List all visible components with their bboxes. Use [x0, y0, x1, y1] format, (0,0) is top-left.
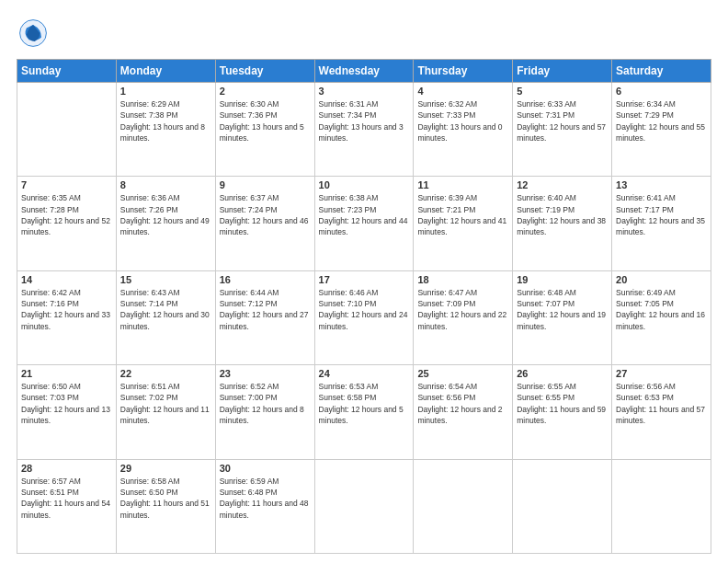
calendar-body: 1Sunrise: 6:29 AMSunset: 7:38 PMDaylight…	[17, 83, 711, 554]
day-cell: 7Sunrise: 6:35 AMSunset: 7:28 PMDaylight…	[17, 177, 117, 270]
day-number: 15	[120, 274, 211, 285]
day-number: 11	[417, 179, 508, 190]
day-info: Sunrise: 6:48 AMSunset: 7:07 PMDaylight:…	[517, 287, 608, 332]
day-cell: 17Sunrise: 6:46 AMSunset: 7:10 PMDayligh…	[314, 270, 414, 364]
day-info: Sunrise: 6:41 AMSunset: 7:17 PMDaylight:…	[616, 192, 707, 237]
day-number: 14	[21, 274, 112, 285]
day-header-friday: Friday	[513, 60, 612, 83]
day-info: Sunrise: 6:35 AMSunset: 7:28 PMDaylight:…	[21, 192, 112, 237]
day-number: 5	[517, 86, 608, 97]
day-number: 19	[517, 274, 608, 285]
day-number: 3	[319, 86, 410, 97]
day-info: Sunrise: 6:38 AMSunset: 7:23 PMDaylight:…	[319, 192, 410, 237]
day-info: Sunrise: 6:40 AMSunset: 7:19 PMDaylight:…	[517, 192, 608, 237]
logo-icon	[17, 17, 50, 50]
week-row-1: 1Sunrise: 6:29 AMSunset: 7:38 PMDaylight…	[17, 83, 711, 177]
page: SundayMondayTuesdayWednesdayThursdayFrid…	[0, 0, 728, 563]
day-header-tuesday: Tuesday	[215, 60, 314, 83]
day-cell: 26Sunrise: 6:55 AMSunset: 6:55 PMDayligh…	[513, 365, 612, 459]
day-cell: 6Sunrise: 6:34 AMSunset: 7:29 PMDaylight…	[612, 83, 711, 177]
day-number: 29	[120, 463, 211, 474]
day-cell: 30Sunrise: 6:59 AMSunset: 6:48 PMDayligh…	[215, 459, 314, 553]
day-cell: 16Sunrise: 6:44 AMSunset: 7:12 PMDayligh…	[215, 270, 314, 364]
day-number: 4	[417, 86, 508, 97]
day-cell	[17, 83, 117, 177]
day-header-saturday: Saturday	[612, 60, 711, 83]
logo	[17, 17, 53, 50]
day-number: 16	[220, 274, 311, 285]
day-info: Sunrise: 6:49 AMSunset: 7:05 PMDaylight:…	[616, 287, 707, 332]
day-header-sunday: Sunday	[17, 60, 117, 83]
day-info: Sunrise: 6:56 AMSunset: 6:53 PMDaylight:…	[616, 381, 707, 426]
day-cell: 5Sunrise: 6:33 AMSunset: 7:31 PMDaylight…	[513, 83, 612, 177]
day-cell: 3Sunrise: 6:31 AMSunset: 7:34 PMDaylight…	[314, 83, 414, 177]
day-info: Sunrise: 6:50 AMSunset: 7:03 PMDaylight:…	[21, 381, 112, 426]
day-info: Sunrise: 6:55 AMSunset: 6:55 PMDaylight:…	[517, 381, 608, 426]
week-row-2: 7Sunrise: 6:35 AMSunset: 7:28 PMDaylight…	[17, 177, 711, 270]
day-info: Sunrise: 6:59 AMSunset: 6:48 PMDaylight:…	[220, 476, 311, 521]
calendar-header: SundayMondayTuesdayWednesdayThursdayFrid…	[17, 60, 711, 83]
day-number: 30	[220, 463, 311, 474]
day-cell: 22Sunrise: 6:51 AMSunset: 7:02 PMDayligh…	[116, 365, 215, 459]
day-cell: 15Sunrise: 6:43 AMSunset: 7:14 PMDayligh…	[116, 270, 215, 364]
day-header-monday: Monday	[116, 60, 215, 83]
day-cell: 9Sunrise: 6:37 AMSunset: 7:24 PMDaylight…	[215, 177, 314, 270]
day-number: 1	[120, 86, 211, 97]
day-info: Sunrise: 6:43 AMSunset: 7:14 PMDaylight:…	[120, 287, 211, 332]
day-info: Sunrise: 6:34 AMSunset: 7:29 PMDaylight:…	[616, 98, 707, 144]
week-row-5: 28Sunrise: 6:57 AMSunset: 6:51 PMDayligh…	[17, 459, 711, 553]
day-number: 20	[616, 274, 707, 285]
day-number: 9	[220, 179, 311, 190]
day-info: Sunrise: 6:53 AMSunset: 6:58 PMDaylight:…	[319, 381, 410, 426]
day-number: 2	[220, 86, 311, 97]
day-number: 28	[21, 463, 112, 474]
day-number: 25	[417, 368, 508, 379]
day-cell: 12Sunrise: 6:40 AMSunset: 7:19 PMDayligh…	[513, 177, 612, 270]
day-info: Sunrise: 6:47 AMSunset: 7:09 PMDaylight:…	[417, 287, 508, 332]
day-number: 7	[21, 179, 112, 190]
day-cell: 25Sunrise: 6:54 AMSunset: 6:56 PMDayligh…	[414, 365, 513, 459]
day-cell: 1Sunrise: 6:29 AMSunset: 7:38 PMDaylight…	[116, 83, 215, 177]
day-number: 21	[21, 368, 112, 379]
day-cell: 2Sunrise: 6:30 AMSunset: 7:36 PMDaylight…	[215, 83, 314, 177]
day-cell	[414, 459, 513, 553]
day-number: 23	[220, 368, 311, 379]
day-cell: 4Sunrise: 6:32 AMSunset: 7:33 PMDaylight…	[414, 83, 513, 177]
day-info: Sunrise: 6:32 AMSunset: 7:33 PMDaylight:…	[417, 98, 508, 144]
day-info: Sunrise: 6:36 AMSunset: 7:26 PMDaylight:…	[120, 192, 211, 237]
day-info: Sunrise: 6:54 AMSunset: 6:56 PMDaylight:…	[417, 381, 508, 426]
day-cell: 8Sunrise: 6:36 AMSunset: 7:26 PMDaylight…	[116, 177, 215, 270]
day-cell: 13Sunrise: 6:41 AMSunset: 7:17 PMDayligh…	[612, 177, 711, 270]
day-number: 26	[517, 368, 608, 379]
day-number: 24	[319, 368, 410, 379]
day-cell	[513, 459, 612, 553]
day-cell: 29Sunrise: 6:58 AMSunset: 6:50 PMDayligh…	[116, 459, 215, 553]
day-header-row: SundayMondayTuesdayWednesdayThursdayFrid…	[17, 60, 711, 83]
day-cell: 18Sunrise: 6:47 AMSunset: 7:09 PMDayligh…	[414, 270, 513, 364]
calendar-table: SundayMondayTuesdayWednesdayThursdayFrid…	[17, 59, 711, 554]
day-cell: 21Sunrise: 6:50 AMSunset: 7:03 PMDayligh…	[17, 365, 117, 459]
day-info: Sunrise: 6:44 AMSunset: 7:12 PMDaylight:…	[220, 287, 311, 332]
day-cell	[314, 459, 414, 553]
week-row-4: 21Sunrise: 6:50 AMSunset: 7:03 PMDayligh…	[17, 365, 711, 459]
day-number: 13	[616, 179, 707, 190]
header	[17, 17, 711, 50]
day-cell: 23Sunrise: 6:52 AMSunset: 7:00 PMDayligh…	[215, 365, 314, 459]
week-row-3: 14Sunrise: 6:42 AMSunset: 7:16 PMDayligh…	[17, 270, 711, 364]
day-cell	[612, 459, 711, 553]
day-number: 27	[616, 368, 707, 379]
day-info: Sunrise: 6:30 AMSunset: 7:36 PMDaylight:…	[220, 98, 311, 144]
day-info: Sunrise: 6:33 AMSunset: 7:31 PMDaylight:…	[517, 98, 608, 144]
day-info: Sunrise: 6:39 AMSunset: 7:21 PMDaylight:…	[417, 192, 508, 237]
day-cell: 19Sunrise: 6:48 AMSunset: 7:07 PMDayligh…	[513, 270, 612, 364]
day-number: 12	[517, 179, 608, 190]
day-info: Sunrise: 6:58 AMSunset: 6:50 PMDaylight:…	[120, 476, 211, 521]
day-info: Sunrise: 6:37 AMSunset: 7:24 PMDaylight:…	[220, 192, 311, 237]
day-info: Sunrise: 6:46 AMSunset: 7:10 PMDaylight:…	[319, 287, 410, 332]
day-info: Sunrise: 6:31 AMSunset: 7:34 PMDaylight:…	[319, 98, 410, 144]
day-cell: 10Sunrise: 6:38 AMSunset: 7:23 PMDayligh…	[314, 177, 414, 270]
day-number: 10	[319, 179, 410, 190]
day-info: Sunrise: 6:42 AMSunset: 7:16 PMDaylight:…	[21, 287, 112, 332]
day-info: Sunrise: 6:29 AMSunset: 7:38 PMDaylight:…	[120, 98, 211, 144]
day-header-wednesday: Wednesday	[314, 60, 414, 83]
